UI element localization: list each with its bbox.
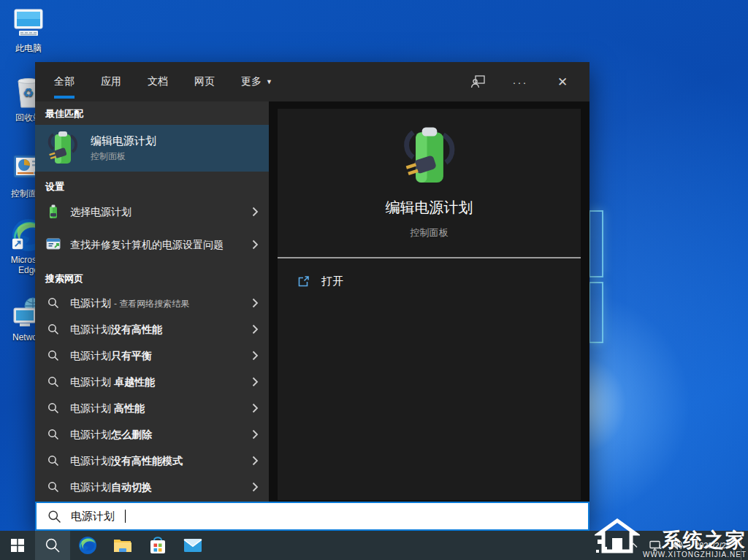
- preview-pane: 编辑电源计划 控制面板 打开: [269, 101, 589, 502]
- tab-label: 文档: [148, 75, 168, 88]
- start-button[interactable]: [0, 531, 35, 560]
- battery-small-icon: [45, 204, 61, 219]
- header-actions: ··· ✕: [467, 71, 573, 93]
- svg-text:♻: ♻: [23, 86, 34, 100]
- power-plan-icon: [45, 130, 80, 166]
- settings-result-choose-power-plan[interactable]: 选择电源计划: [35, 198, 269, 226]
- best-match-text: 编辑电源计划 控制面板: [91, 134, 156, 163]
- search-icon: [45, 402, 61, 414]
- power-plan-large-icon: [400, 125, 459, 188]
- web-result[interactable]: 电源计划只有平衡: [35, 342, 269, 369]
- open-label: 打开: [321, 275, 343, 288]
- section-header-settings: 设置: [35, 172, 269, 198]
- chevron-right-icon[interactable]: [252, 429, 259, 440]
- settings-result-troubleshoot-power[interactable]: 查找并修复计算机的电源设置问题: [35, 226, 269, 264]
- result-label: 电源计划没有高性能: [70, 322, 252, 337]
- desktop-icon-this-pc[interactable]: 此电脑: [0, 6, 57, 53]
- desktop: 此电脑 ♻ 回收站 控制面板: [0, 0, 748, 560]
- tab-all[interactable]: 全部: [54, 62, 75, 101]
- chevron-right-icon[interactable]: [252, 298, 259, 308]
- open-action[interactable]: 打开: [297, 275, 343, 288]
- troubleshoot-icon: [45, 238, 61, 251]
- result-label: 查找并修复计算机的电源设置问题: [70, 237, 225, 252]
- open-external-icon: [297, 275, 310, 288]
- tray-chevron-up-icon[interactable]: [626, 536, 641, 555]
- close-icon[interactable]: ✕: [552, 71, 573, 93]
- best-match-result[interactable]: 编辑电源计划 控制面板: [35, 125, 269, 172]
- tab-label: 全部: [54, 75, 75, 88]
- search-icon: [45, 481, 61, 493]
- search-tabs: 全部 应用 文档 网页 更多 ▼: [54, 62, 272, 101]
- this-pc-icon: [11, 6, 46, 41]
- wallpaper-windows-logo-pane: [589, 282, 603, 343]
- section-header-best-match: 最佳匹配: [35, 101, 269, 125]
- result-label: 电源计划自动切换: [70, 480, 252, 494]
- chevron-right-icon[interactable]: [252, 377, 259, 387]
- preview-subtitle: 控制面板: [411, 226, 449, 239]
- search-panel-header: 全部 应用 文档 网页 更多 ▼: [35, 62, 589, 101]
- search-icon: [45, 350, 61, 361]
- text-caret: [125, 510, 126, 523]
- chevron-right-icon[interactable]: [252, 403, 259, 413]
- chevron-down-icon: ▼: [266, 78, 272, 85]
- preview-divider: [278, 257, 581, 258]
- result-label: 电源计划 - 查看网络搜索结果: [70, 296, 252, 311]
- search-panel-body: 最佳匹配: [35, 101, 589, 502]
- tab-label: 更多: [241, 75, 262, 88]
- results-column: 最佳匹配: [35, 101, 269, 502]
- taskbar-store-button[interactable]: [140, 531, 175, 560]
- search-icon: [45, 455, 61, 467]
- active-tab-underline: [54, 96, 75, 99]
- search-icon: [45, 429, 61, 440]
- taskbar: 2022/2/23: [0, 531, 748, 560]
- wallpaper-windows-logo-pane: [589, 210, 603, 277]
- taskbar-edge-button[interactable]: [70, 531, 105, 560]
- tray-volume-icon[interactable]: [670, 536, 684, 555]
- tab-apps[interactable]: 应用: [101, 62, 121, 101]
- section-header-search-web: 搜索网页: [35, 264, 269, 290]
- search-input-value: 电源计划: [71, 510, 115, 523]
- web-result[interactable]: 电源计划自动切换: [35, 474, 269, 500]
- web-result[interactable]: 电源计划 - 查看网络搜索结果: [35, 290, 269, 316]
- tray-date: 2022/2/23: [695, 541, 730, 550]
- result-label: 电源计划只有平衡: [70, 348, 252, 363]
- chevron-right-icon[interactable]: [252, 350, 259, 361]
- web-result[interactable]: 电源计划没有高性能: [35, 316, 269, 342]
- taskbar-search-button[interactable]: [35, 531, 70, 560]
- taskbar-mail-button[interactable]: [175, 531, 210, 560]
- show-desktop-button[interactable]: [741, 531, 744, 560]
- tab-label: 网页: [194, 75, 215, 88]
- tab-documents[interactable]: 文档: [148, 62, 168, 101]
- tab-more[interactable]: 更多 ▼: [241, 62, 272, 101]
- tray-network-icon[interactable]: [648, 536, 663, 555]
- chevron-right-icon[interactable]: [252, 456, 259, 466]
- web-result[interactable]: 电源计划怎么删除: [35, 421, 269, 448]
- search-icon: [45, 376, 61, 388]
- web-result[interactable]: 电源计划 高性能: [35, 395, 269, 421]
- best-match-subtitle: 控制面板: [91, 150, 156, 163]
- chevron-right-icon[interactable]: [252, 324, 259, 334]
- tray-clock[interactable]: 2022/2/23: [692, 541, 733, 551]
- result-label: 电源计划怎么删除: [70, 427, 252, 442]
- desktop-icon-label: 此电脑: [15, 43, 42, 53]
- search-icon: [45, 297, 61, 309]
- taskbar-file-explorer-button[interactable]: [105, 531, 140, 560]
- more-options-icon[interactable]: ···: [509, 71, 531, 93]
- chevron-right-icon[interactable]: [252, 207, 259, 217]
- web-result[interactable]: 电源计划没有高性能模式: [35, 448, 269, 474]
- preview-title: 编辑电源计划: [386, 198, 473, 218]
- chevron-right-icon[interactable]: [252, 482, 259, 492]
- feedback-icon[interactable]: [467, 71, 489, 93]
- search-panel: 全部 应用 文档 网页 更多 ▼: [35, 62, 589, 531]
- best-match-title: 编辑电源计划: [91, 134, 156, 148]
- result-label: 电源计划没有高性能模式: [70, 453, 252, 468]
- tab-label: 应用: [101, 75, 121, 88]
- preview-card: 编辑电源计划 控制面板 打开: [278, 109, 581, 500]
- system-tray: 2022/2/23: [626, 531, 748, 560]
- web-result[interactable]: 电源计划 卓越性能: [35, 369, 269, 395]
- search-input[interactable]: 电源计划: [35, 502, 589, 531]
- result-label: 电源计划 卓越性能: [70, 375, 252, 389]
- search-icon: [45, 323, 61, 335]
- tab-web[interactable]: 网页: [194, 62, 215, 101]
- chevron-right-icon[interactable]: [252, 239, 259, 250]
